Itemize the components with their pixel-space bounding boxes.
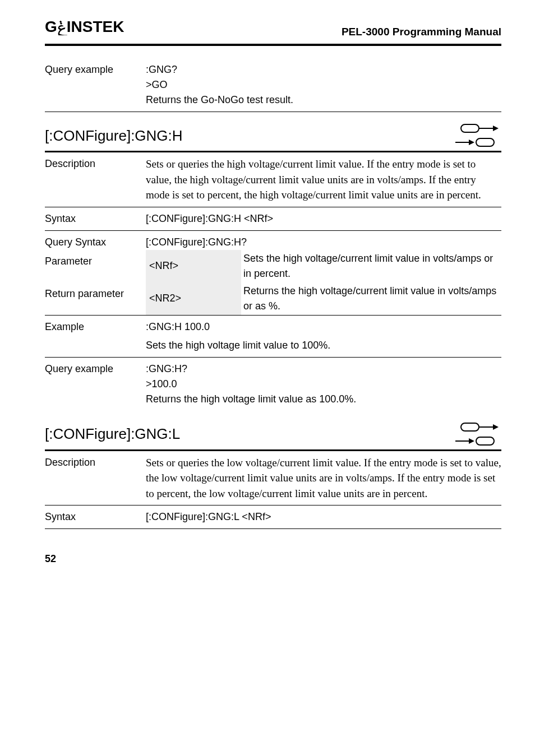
gngl-syntax-label: Syntax [45, 509, 146, 525]
gngh-qe-content: :GNG:H? >100.0 Returns the high voltage … [146, 361, 501, 407]
gngh-ex-note: Sets the high voltage limit value to 100… [146, 338, 501, 353]
gngl-syntax-row: Syntax [:CONFigure]:GNG:L <NRf> [45, 505, 501, 529]
query-example-label: Query example [45, 62, 146, 77]
manual-title: PEL-3000 Programming Manual [342, 24, 501, 40]
gngh-retparam-desc: Returns the high voltage/current limit v… [241, 282, 501, 315]
qe-note: Returns the Go-NoGo test result. [146, 92, 501, 108]
section-gngl-title: [:CONFigure]:GNG:L [45, 423, 180, 445]
gngl-desc-text: Sets or queries the low voltage/current … [146, 455, 501, 502]
svg-marker-11 [469, 438, 474, 444]
section-gngh-title: [:CONFigure]:GNG:H [45, 125, 183, 147]
gngh-qsyntax-row: Query Syntax [:CONFigure]:GNG:H? [45, 231, 501, 250]
gngh-syntax-row: Syntax [:CONFigure]:GNG:H <NRf> [45, 207, 501, 231]
gngh-qexample-row: Query example :GNG:H? >100.0 Returns the… [45, 358, 501, 411]
section-gngl-header: [:CONFigure]:GNG:L [45, 421, 501, 451]
gngh-qe-cmd: :GNG:H? [146, 361, 501, 377]
gngh-retparam-row: Return parameter <NR2> Returns the high … [45, 282, 501, 316]
svg-rect-7 [461, 423, 479, 431]
section-gngh-header: [:CONFigure]:GNG:H [45, 122, 501, 152]
svg-marker-9 [493, 424, 499, 430]
gngh-retparam-label: Return parameter [45, 282, 146, 302]
page-number: 52 [45, 551, 501, 567]
gngl-syntax-text: [:CONFigure]:GNG:L <NRf> [146, 509, 501, 525]
brand-logo-svg: GݟINSTEK [45, 20, 146, 35]
gngh-syntax-label: Syntax [45, 211, 146, 226]
set-query-icon [445, 122, 501, 149]
gngl-desc-label: Description [45, 455, 146, 470]
gngh-example-label: Example [45, 319, 146, 335]
query-example-content: :GNG? >GO Returns the Go-NoGo test resul… [146, 62, 501, 108]
gngh-qe-resp: >100.0 [146, 377, 501, 392]
svg-marker-3 [493, 126, 499, 131]
gngh-param-table: <NRf> Sets the high voltage/current limi… [146, 250, 501, 282]
gngh-qe-label: Query example [45, 361, 146, 377]
page-header: GݟINSTEK PEL-3000 Programming Manual [45, 17, 501, 46]
gngh-qe-note: Returns the high voltage limit value as … [146, 392, 501, 407]
gngh-ex-cmd: :GNG:H 100.0 [146, 319, 501, 335]
svg-marker-5 [469, 140, 474, 145]
svg-text:GݟINSTEK: GݟINSTEK [45, 20, 124, 35]
gngh-qsyntax-text: [:CONFigure]:GNG:H? [146, 235, 501, 250]
gngh-retparam-table: <NR2> Returns the high voltage/current l… [146, 282, 501, 315]
gngl-description-row: Description Sets or queries the low volt… [45, 451, 501, 506]
gngh-retparam-key: <NR2> [146, 282, 241, 315]
gngh-example-content: :GNG:H 100.0 Sets the high voltage limit… [146, 319, 501, 353]
gngh-param-label: Parameter [45, 250, 146, 269]
gngh-description-row: Description Sets or queries the high vol… [45, 152, 501, 207]
gngh-qsyntax-label: Query Syntax [45, 235, 146, 250]
gngh-desc-label: Description [45, 156, 146, 171]
gngh-param-desc: Sets the high voltage/current limit valu… [241, 250, 501, 282]
svg-rect-1 [461, 124, 479, 132]
svg-rect-12 [476, 437, 494, 445]
set-query-icon [445, 421, 501, 448]
qe-resp: >GO [146, 77, 501, 92]
query-example-row: Query example :GNG? >GO Returns the Go-N… [45, 58, 501, 112]
qe-cmd: :GNG? [146, 62, 501, 77]
brand-logo: GݟINSTEK [45, 17, 146, 42]
gngh-syntax-text: [:CONFigure]:GNG:H <NRf> [146, 211, 501, 226]
gngh-example-row: Example :GNG:H 100.0 Sets the high volta… [45, 316, 501, 358]
gngh-param-row: Parameter <NRf> Sets the high voltage/cu… [45, 250, 501, 282]
gngh-desc-text: Sets or queries the high voltage/current… [146, 156, 501, 203]
gngh-param-key: <NRf> [146, 250, 241, 282]
svg-rect-6 [476, 138, 494, 146]
